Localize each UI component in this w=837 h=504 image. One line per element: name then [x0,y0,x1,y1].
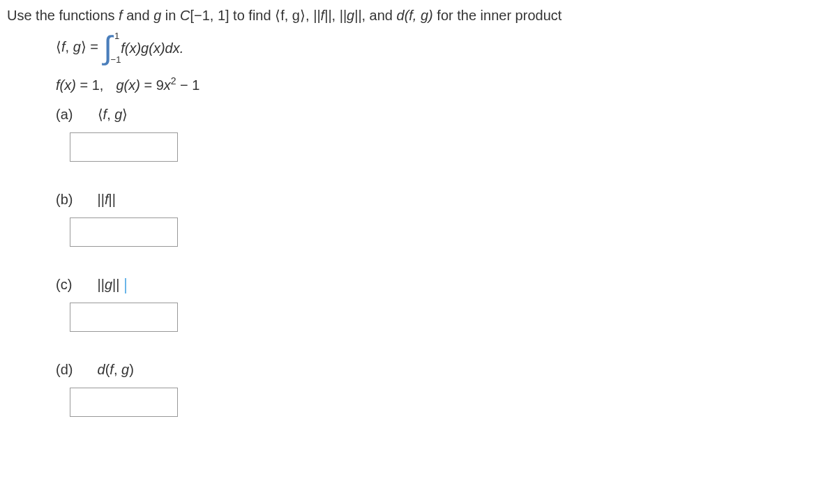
integral-icon: ∫ 1 −1 [104,33,113,62]
part-b-label: (b) [56,190,93,209]
part-d-math: d(f, g) [98,362,134,377]
def-close: ⟩ [81,39,86,54]
integral-lower: −1 [111,56,121,64]
part-c: (c) ||g|| [56,275,830,294]
fval: 1, [92,77,104,93]
part-a-label: (a) [56,105,93,124]
q-normg: ||g|| [340,8,362,23]
q-interval: [−1, 1] [190,8,229,23]
eq1: = [76,77,92,93]
q-dfg: d(f, g) [397,8,433,23]
part-a: (a) ⟨f, g⟩ [56,105,830,124]
integral-wrapper: ∫ 1 −1 f(x)g(x)dx. [103,33,184,62]
one: 1 [192,77,199,93]
gx: g(x) [116,77,140,93]
q-fg: ⟨f, g⟩ [275,8,306,23]
integral-upper: 1 [114,32,119,40]
answer-input-a[interactable] [70,132,178,162]
integrand: f(x)g(x)dx. [121,38,183,58]
functions-line: f(x) = 1,g(x) = 9x2 − 1 [56,75,830,95]
q-c2: , [331,8,339,23]
part-b: (b) ||f|| [56,190,830,209]
sq: 2 [171,75,176,86]
coef: 9 [156,77,164,93]
answer-input-d[interactable] [70,388,178,417]
def-comma: , [66,39,73,54]
part-a-math: ⟨f, g⟩ [98,107,128,122]
def-eq: = [86,39,103,54]
q-space: C [180,8,190,23]
part-d: (d) d(f, g) [56,360,830,379]
q-and: and [123,8,153,23]
minus: − [176,77,193,93]
q-normf: ||f|| [313,8,331,23]
q-g: g [153,8,161,23]
q-c3: , and [361,8,396,23]
answer-input-b[interactable] [70,217,178,247]
def-g: g [73,39,81,54]
q-in: in [161,8,180,23]
answer-input-c[interactable] [70,303,178,332]
part-d-label: (d) [56,360,93,379]
q-c1: , [306,8,313,23]
part-c-label: (c) [56,275,93,294]
fx: f(x) [56,77,76,93]
part-b-math: ||f|| [98,192,116,207]
def-open: ⟨ [56,39,61,54]
xvar: x [164,77,171,93]
part-c-math: ||g|| [98,277,123,292]
eq2: = [140,77,156,93]
text-cursor-icon [125,278,126,293]
q-tofind: to find [229,8,276,23]
inner-product-definition: ⟨f, g⟩ = ∫ 1 −1 f(x)g(x)dx. [56,33,830,62]
q-tail: for the inner product [433,8,562,23]
question-text: Use the functions f and g in C[−1, 1] to… [7,6,830,25]
q-prefix: Use the functions [7,8,119,23]
